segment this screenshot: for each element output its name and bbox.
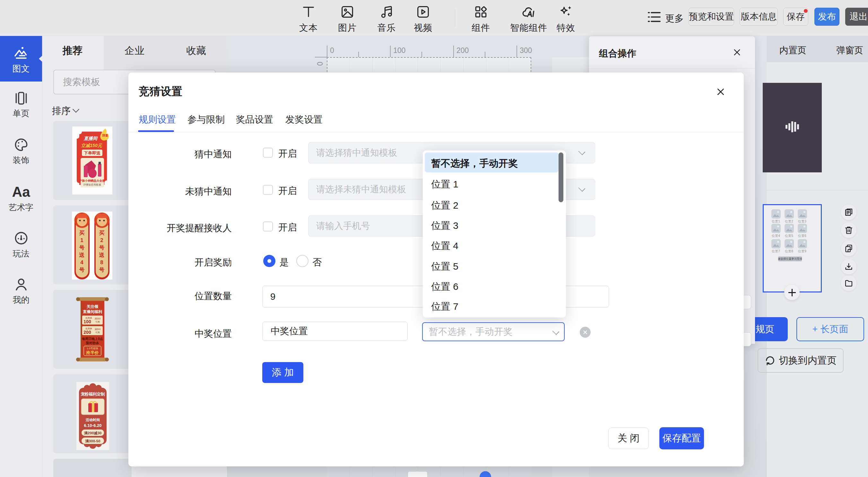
svg-text:200: 200 [84,330,91,335]
svg-text:买: 买 [99,230,105,236]
svg-text:送: 送 [79,252,85,258]
svg-text:位置7: 位置7 [771,249,780,253]
svg-text:每周日晚上8点: 每周日晚上8点 [82,337,103,341]
svg-text:满300: 满300 [95,317,101,320]
svg-text:限时秒杀: 限时秒杀 [86,341,99,345]
svg-text:详情请咨询客服: 详情请咨询客服 [83,183,101,186]
svg-text:护肤小样赠品大全套: 护肤小样赠品大全套 [79,179,105,182]
svg-text:立减150元: 立减150元 [81,143,102,148]
svg-text:直播间: 直播间 [84,136,98,141]
svg-text:位置8: 位置8 [784,249,793,253]
svg-text:宠粉福利定制: 宠粉福利定制 [81,392,105,396]
svg-text:关注领: 关注领 [86,304,98,309]
svg-text:位置4: 位置4 [771,234,780,237]
svg-text:送: 送 [99,252,105,258]
svg-text:4: 4 [80,259,84,265]
svg-text:直播间福利: 直播间福利 [83,310,102,314]
svg-text:位置6: 位置6 [798,234,806,237]
svg-text:买: 买 [79,230,85,236]
svg-text:满300-50: 满300-50 [85,439,100,443]
svg-text:1-5号链接: 1-5号链接 [87,347,98,350]
svg-text:6.10-6.20: 6.10-6.20 [84,423,102,428]
svg-text:号: 号 [99,267,105,273]
svg-text:1: 1 [80,237,83,243]
svg-text:号: 号 [99,245,105,251]
svg-text:可用: 可用 [95,321,100,323]
svg-text:可用: 可用 [95,331,100,334]
svg-text:位置9: 位置9 [798,249,806,253]
svg-text:下单即送: 下单即送 [84,151,100,155]
svg-text:8: 8 [100,259,103,265]
svg-text:满500: 满500 [95,328,101,330]
svg-text:位置2: 位置2 [784,220,793,223]
svg-text:号: 号 [79,245,85,251]
svg-text:限量: 限量 [102,134,108,137]
svg-text:100: 100 [84,319,91,324]
svg-text:抢半价: 抢半价 [86,350,99,355]
svg-text:位置1: 位置1 [771,220,780,223]
svg-text:活动时间: 活动时间 [85,418,100,422]
svg-text:满200减30: 满200减30 [84,431,102,435]
svg-text:号: 号 [79,267,85,273]
svg-text:2: 2 [100,237,103,243]
svg-text:位置5: 位置5 [784,234,793,237]
svg-text:位置3: 位置3 [798,220,806,223]
